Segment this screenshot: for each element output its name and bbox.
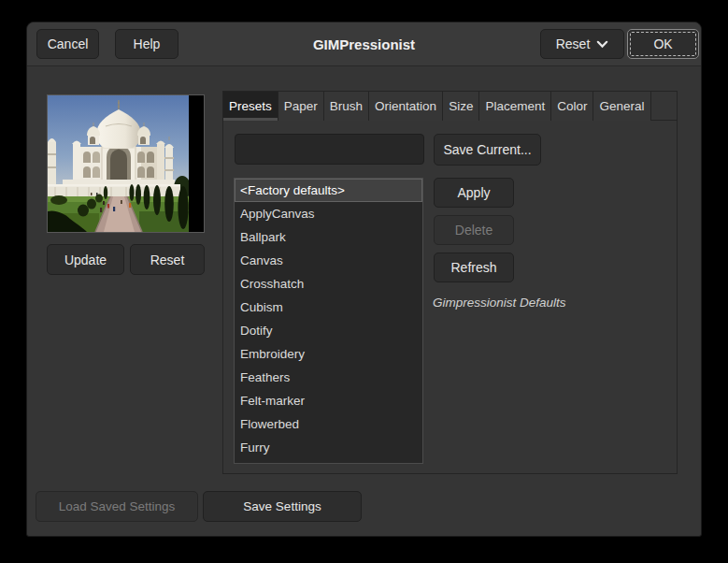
tab-size[interactable]: Size	[443, 92, 479, 121]
preset-description: Gimpressionist Defaults	[433, 296, 566, 310]
apply-button[interactable]: Apply	[434, 178, 514, 208]
tab-general[interactable]: General	[593, 92, 650, 121]
preset-list-item[interactable]: Flowerbed	[235, 412, 422, 436]
reset-dropdown-label: Reset	[556, 36, 591, 51]
save-settings-button[interactable]: Save Settings	[203, 491, 362, 522]
tab-bar: Presets Paper Brush Orientation Size Pla…	[223, 92, 677, 121]
preset-list-item[interactable]: Dotify	[235, 319, 422, 342]
tab-orientation[interactable]: Orientation	[369, 92, 443, 121]
settings-notebook: Presets Paper Brush Orientation Size Pla…	[222, 91, 678, 474]
tab-paper[interactable]: Paper	[278, 92, 324, 121]
tab-color[interactable]: Color	[551, 92, 593, 121]
help-button[interactable]: Help	[115, 29, 178, 59]
delete-button: Delete	[434, 215, 514, 245]
cancel-button[interactable]: Cancel	[36, 29, 99, 59]
preset-list-item[interactable]: Ballpark	[235, 225, 422, 249]
tab-brush[interactable]: Brush	[324, 92, 369, 121]
dialog-header: GIMPressionist Cancel Help Reset OK	[27, 22, 701, 66]
update-button[interactable]: Update	[47, 244, 124, 275]
load-saved-settings-button: Load Saved Settings	[36, 491, 198, 522]
preset-list-item[interactable]: Feathers	[235, 366, 422, 389]
preset-name-input[interactable]	[235, 134, 424, 165]
refresh-button[interactable]: Refresh	[434, 253, 514, 282]
preset-list-item[interactable]: Canvas	[235, 249, 422, 272]
preset-list-item[interactable]: Cubism	[235, 296, 422, 319]
tab-placement[interactable]: Placement	[479, 92, 551, 121]
preset-list-item[interactable]: Furry	[235, 436, 422, 459]
reset-dropdown-button[interactable]: Reset	[540, 29, 624, 59]
preset-list[interactable]: <Factory defaults> ApplyCanvas Ballpark …	[234, 178, 423, 464]
chevron-down-icon	[596, 40, 608, 49]
save-current-button[interactable]: Save Current...	[434, 134, 541, 166]
preset-list-item[interactable]: ApplyCanvas	[235, 202, 422, 225]
tab-presets[interactable]: Presets	[223, 92, 278, 121]
gimpressionist-dialog: GIMPressionist Cancel Help Reset OK	[26, 22, 702, 537]
preset-list-item-selected[interactable]: <Factory defaults>	[235, 179, 422, 202]
preview-image	[47, 94, 205, 233]
preview-reset-button[interactable]: Reset	[130, 244, 205, 275]
preset-list-item[interactable]: Embroidery	[235, 342, 422, 366]
taj-mahal-preview-image	[48, 95, 189, 232]
ok-button[interactable]: OK	[627, 29, 699, 59]
preset-list-item[interactable]: Crosshatch	[235, 272, 422, 296]
preset-list-item[interactable]: Felt-marker	[235, 389, 422, 412]
